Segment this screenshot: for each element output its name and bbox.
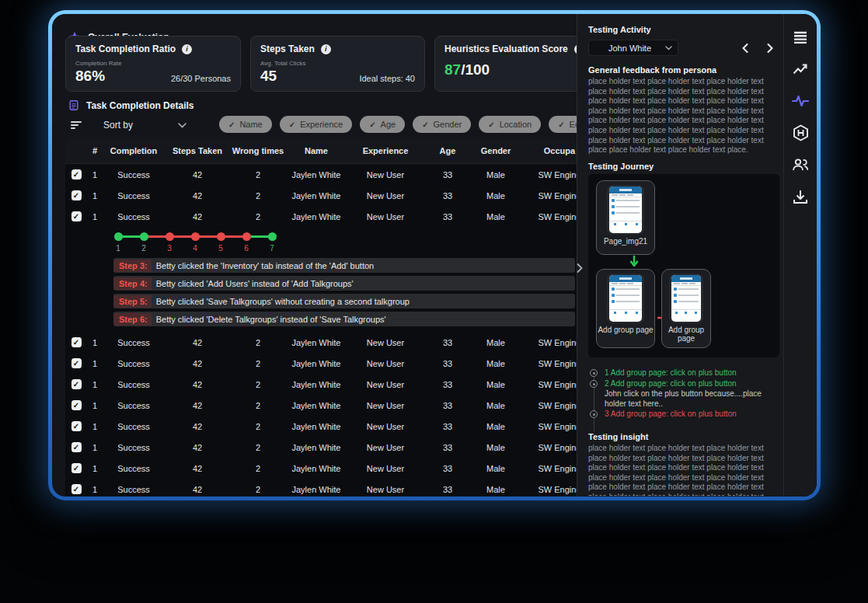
cell-name: Jaylen White [286, 191, 347, 200]
card-title: Task Completion Ratio [75, 44, 176, 54]
row-checkbox[interactable]: ✓ [71, 190, 82, 200]
previous-persona-button[interactable] [737, 40, 754, 56]
cell-experience: New User [347, 380, 424, 389]
cell-experience: New User [347, 422, 424, 431]
timeline-step-label: 2 [136, 244, 152, 253]
filter-chip-location[interactable]: ✓Location [479, 116, 541, 133]
sort-control[interactable]: Sort by [71, 117, 186, 134]
people-icon[interactable] [792, 156, 809, 173]
chevron-down-icon [665, 46, 672, 51]
cell-num: 1 [87, 464, 103, 473]
info-icon[interactable]: i [182, 44, 192, 54]
row-checkbox[interactable]: ✓ [71, 169, 82, 180]
timeline-dot[interactable] [217, 232, 225, 241]
timeline-dot[interactable] [114, 232, 123, 241]
cell-occupation: SW Engine [521, 191, 577, 200]
feedback-text: place holder text place holder text plac… [588, 77, 775, 156]
step-error-text: Betty clicked 'Add Users' instead of 'Ad… [156, 279, 354, 288]
timeline-dot[interactable] [166, 232, 174, 241]
column-header: Gender [471, 146, 521, 155]
cell-gender: Male [471, 464, 521, 473]
filter-chip-label: Experience [300, 120, 343, 129]
activity-pulse-icon[interactable] [792, 92, 809, 110]
cell-experience: New User [347, 170, 424, 180]
filter-chip-experience[interactable]: ✓Experience [280, 116, 352, 133]
row-checkbox[interactable]: ✓ [71, 358, 82, 368]
persona-dropdown[interactable]: John White [588, 40, 678, 56]
sort-icon [71, 120, 82, 131]
cell-num: 1 [87, 380, 103, 389]
row-checkbox[interactable]: ✓ [71, 421, 82, 431]
filter-chip-gender[interactable]: ✓Gender [413, 116, 471, 133]
cell-steps-taken: 42 [165, 212, 230, 221]
persona-dropdown-value: John White [594, 44, 665, 53]
row-checkbox[interactable]: ✓ [71, 400, 82, 410]
step-error-text: Betty clicked 'Delete Talkgroups' instea… [156, 315, 386, 324]
column-header: Wrong times [230, 146, 286, 155]
cell-occupation: SW Engine [521, 464, 577, 473]
column-header: Experience [347, 146, 424, 155]
checkbox-cell: ✓ [65, 211, 87, 221]
cell-name: Jaylen White [286, 359, 347, 368]
filter-chip-age[interactable]: ✓Age [360, 116, 405, 133]
timeline-dot[interactable] [268, 232, 277, 241]
timeline-step-label: 4 [187, 244, 203, 253]
cell-wrong-times: 2 [230, 170, 286, 180]
hexagon-h-icon[interactable] [792, 124, 809, 141]
cell-gender: Male [471, 485, 521, 494]
card-title: Heuristics Evaluation Score [444, 44, 568, 54]
filter-chip-name[interactable]: ✓Name [219, 116, 272, 133]
cell-num: 1 [87, 191, 103, 200]
cell-wrong-times: 2 [230, 443, 286, 452]
info-icon[interactable]: i [321, 44, 331, 54]
cell-name: Jaylen White [286, 464, 347, 473]
cell-steps-taken: 42 [165, 464, 230, 473]
row-checkbox[interactable]: ✓ [71, 337, 82, 347]
journey-steps-list: 1 Add group page: click on plus button2 … [590, 368, 779, 420]
cell-gender: Male [471, 359, 521, 368]
row-checkbox[interactable]: ✓ [71, 442, 82, 452]
timeline-dot[interactable] [140, 232, 148, 241]
next-persona-button[interactable] [762, 40, 779, 56]
row-checkbox[interactable]: ✓ [71, 211, 82, 221]
cell-num: 1 [87, 170, 103, 180]
row-checkbox[interactable]: ✓ [71, 484, 82, 494]
step-timeline: 1234567 [65, 227, 577, 258]
chevron-left-icon [742, 44, 748, 53]
cell-age: 33 [424, 485, 471, 494]
cell-completion: Success [103, 191, 165, 200]
cell-wrong-times: 2 [230, 464, 286, 473]
testing-activity-panel: Testing Activity John White General feed… [577, 14, 783, 497]
task-completion-ratio-card: Task Completion Ratio i Completion Rate … [65, 36, 241, 92]
table-row: ✓1Success422Jaylen WhiteNew User33MaleSW… [65, 164, 577, 185]
cell-wrong-times: 2 [230, 359, 286, 368]
download-icon[interactable] [792, 188, 809, 205]
cell-wrong-times: 2 [230, 212, 286, 221]
journey-page-thumbnail[interactable]: Add group page [661, 269, 711, 348]
completion-rate-value: 86% [75, 68, 105, 85]
cell-gender: Male [471, 401, 521, 410]
cell-completion: Success [103, 485, 165, 494]
journey-page-thumbnail[interactable]: Add group page [596, 269, 655, 348]
cell-occupation: SW Engine [521, 212, 577, 221]
personas-count: 26/30 Personas [171, 74, 231, 85]
journey-page-thumbnail[interactable]: Page_img21 [596, 180, 655, 255]
cell-name: Jaylen White [286, 170, 347, 180]
menu-icon[interactable] [792, 29, 809, 46]
timeline-dot[interactable] [191, 232, 200, 241]
timeline-step-label: 5 [213, 244, 228, 253]
step-error-message: Step 5:Betty clicked 'Save Talkgroups' w… [113, 294, 575, 308]
step-error-list: Step 3:Betty clicked the 'Inventory' tab… [65, 258, 577, 326]
cell-experience: New User [347, 443, 424, 452]
timeline-dot[interactable] [242, 232, 251, 241]
row-checkbox[interactable]: ✓ [71, 379, 82, 389]
journey-step-item: 2 Add group page: click on plus button [590, 378, 779, 389]
cell-wrong-times: 2 [230, 401, 286, 410]
journey-step-text: 2 Add group page: click on plus button [605, 378, 737, 389]
row-checkbox[interactable]: ✓ [71, 463, 82, 473]
cell-num: 1 [87, 338, 103, 347]
trend-up-icon[interactable] [792, 61, 809, 78]
checkbox-cell: ✓ [65, 379, 87, 389]
panel-collapse-handle[interactable] [577, 261, 587, 275]
cell-name: Jaylen White [286, 212, 347, 221]
